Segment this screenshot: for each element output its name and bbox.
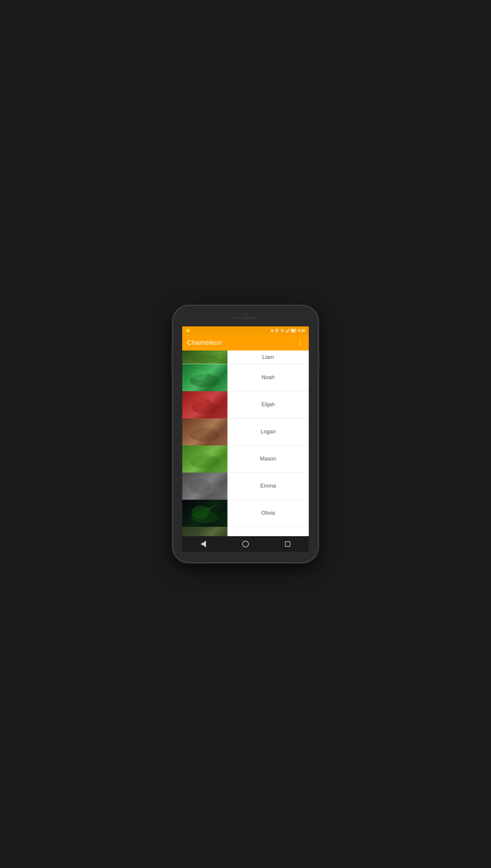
recents-button[interactable] bbox=[282, 538, 294, 550]
item-image-elijah bbox=[182, 391, 227, 418]
item-name-section-logan: Logan bbox=[227, 418, 309, 445]
app-title: Chameleon bbox=[187, 339, 222, 346]
home-icon bbox=[242, 541, 249, 547]
signal-x-icon bbox=[286, 329, 289, 332]
home-button[interactable] bbox=[239, 538, 252, 550]
item-image-ava bbox=[182, 527, 227, 536]
list-item[interactable]: Elijah bbox=[182, 391, 309, 418]
svg-point-32 bbox=[204, 507, 210, 513]
svg-point-24 bbox=[205, 453, 210, 457]
vibrate-icon bbox=[275, 329, 279, 333]
volume-down-button[interactable] bbox=[171, 362, 173, 372]
status-bar: ✱ bbox=[182, 327, 309, 335]
list-item[interactable]: Olivia bbox=[182, 500, 309, 527]
item-image-liam bbox=[182, 351, 227, 364]
item-name-logan: Logan bbox=[261, 428, 276, 435]
overflow-menu-button[interactable]: ⋮ bbox=[297, 339, 304, 346]
item-name-section-mason: Mason bbox=[227, 445, 309, 472]
svg-rect-2 bbox=[278, 330, 278, 331]
svg-point-34 bbox=[191, 533, 207, 536]
svg-rect-10 bbox=[295, 330, 296, 331]
item-name-liam: Liam bbox=[262, 354, 274, 361]
list-item[interactable]: Mason bbox=[182, 445, 309, 473]
svg-point-21 bbox=[206, 426, 211, 431]
speaker bbox=[233, 317, 258, 319]
svg-point-28 bbox=[203, 482, 209, 488]
status-left bbox=[186, 329, 190, 333]
clock: 6:22 bbox=[298, 329, 305, 333]
svg-rect-11 bbox=[292, 330, 294, 332]
item-name-elijah: Elijah bbox=[261, 401, 275, 408]
svg-point-14 bbox=[191, 369, 206, 380]
item-name-section-olivia: Olivia bbox=[227, 500, 309, 527]
volume-up-button[interactable] bbox=[171, 348, 173, 359]
svg-point-3 bbox=[282, 332, 283, 332]
svg-point-20 bbox=[190, 424, 208, 438]
item-name-emma: Emma bbox=[260, 483, 276, 489]
list-item[interactable]: Logan bbox=[182, 418, 309, 445]
item-name-mason: Mason bbox=[260, 456, 276, 462]
item-image-mason bbox=[182, 445, 227, 473]
phone-device: ✱ bbox=[173, 306, 318, 562]
list-item[interactable]: Ava bbox=[182, 527, 309, 536]
item-name-section-emma: Emma bbox=[227, 473, 309, 499]
item-name-section-ava: Ava bbox=[227, 527, 309, 536]
status-right: ✱ bbox=[271, 329, 305, 333]
nav-bar bbox=[182, 536, 309, 552]
item-name-olivia: Olivia bbox=[261, 510, 275, 516]
camera bbox=[244, 312, 247, 316]
item-name-section-elijah: Elijah bbox=[227, 391, 309, 418]
item-image-olivia bbox=[182, 500, 227, 527]
battery-icon bbox=[291, 329, 296, 332]
back-icon bbox=[201, 541, 206, 547]
item-image-noah bbox=[182, 364, 227, 391]
back-button[interactable] bbox=[197, 538, 209, 550]
svg-point-15 bbox=[207, 373, 212, 378]
screen: ✱ bbox=[182, 327, 309, 552]
svg-point-35 bbox=[205, 534, 210, 536]
svg-rect-1 bbox=[275, 330, 276, 331]
wifi-icon bbox=[280, 329, 284, 332]
svg-point-17 bbox=[192, 397, 209, 409]
power-button[interactable] bbox=[318, 354, 320, 369]
item-name-noah: Noah bbox=[261, 374, 275, 381]
item-image-logan bbox=[182, 418, 227, 445]
item-name-section-noah: Noah bbox=[227, 364, 309, 391]
chameleon-list: Liam Noah bbox=[182, 351, 309, 536]
svg-point-18 bbox=[206, 399, 210, 403]
list-item[interactable]: Noah bbox=[182, 364, 309, 391]
status-indicator-icon bbox=[186, 329, 190, 333]
list-item[interactable]: Liam bbox=[182, 351, 309, 364]
svg-point-23 bbox=[191, 451, 207, 463]
item-image-emma bbox=[182, 473, 227, 500]
item-name-section-liam: Liam bbox=[227, 351, 309, 364]
bluetooth-icon: ✱ bbox=[271, 329, 273, 333]
app-bar: Chameleon ⋮ bbox=[182, 335, 309, 351]
svg-rect-0 bbox=[276, 329, 278, 332]
recents-icon bbox=[285, 541, 290, 547]
list-item[interactable]: Emma bbox=[182, 473, 309, 500]
